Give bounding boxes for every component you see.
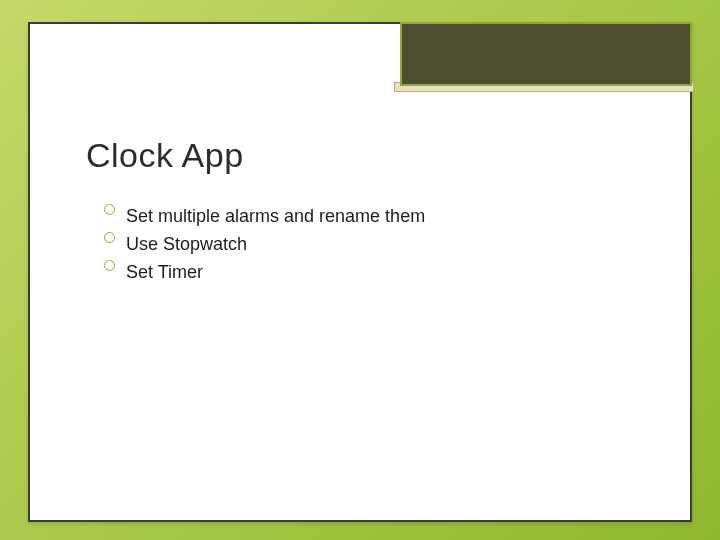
list-item: Use Stopwatch — [104, 231, 650, 257]
bullet-icon — [104, 260, 115, 271]
bullet-text: Set Timer — [126, 262, 203, 282]
slide-card: Clock App Set multiple alarms and rename… — [28, 22, 692, 522]
bullet-list: Set multiple alarms and rename them Use … — [86, 203, 650, 285]
bullet-text: Use Stopwatch — [126, 234, 247, 254]
list-item: Set multiple alarms and rename them — [104, 203, 650, 229]
list-item: Set Timer — [104, 259, 650, 285]
bullet-text: Set multiple alarms and rename them — [126, 206, 425, 226]
bullet-icon — [104, 204, 115, 215]
slide-content: Clock App Set multiple alarms and rename… — [86, 136, 650, 287]
corner-olive-box — [400, 22, 692, 86]
slide-title: Clock App — [86, 136, 650, 175]
bullet-icon — [104, 232, 115, 243]
corner-decoration — [400, 22, 692, 94]
